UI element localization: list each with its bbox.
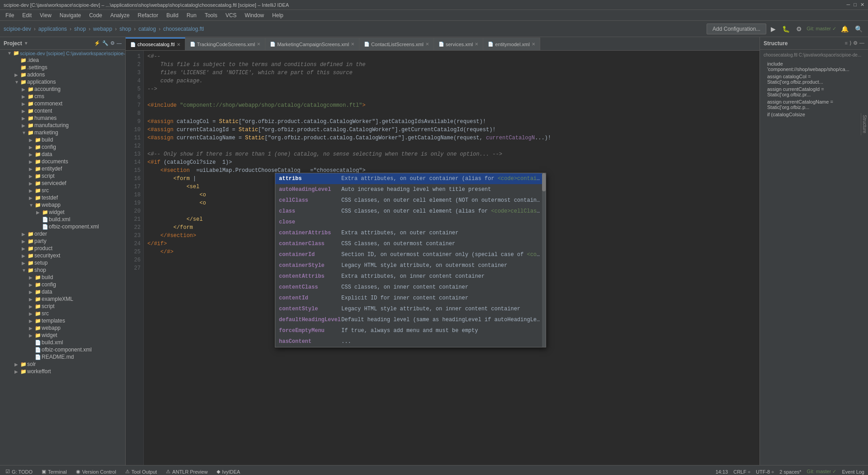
menu-tools[interactable]: Tools <box>201 11 221 19</box>
tree-item-shop[interactable]: ▼ 📁 shop <box>0 266 125 274</box>
struct-item-file[interactable]: choosecatalog.ftl C:\java\workspace\scip… <box>762 52 866 58</box>
ac-item-cellclass[interactable]: cellClass CSS classes, on outer cell ele… <box>275 195 546 206</box>
tree-item-testdef[interactable]: ▶ 📁 testdef <box>0 194 125 201</box>
tree-item-manufacturing[interactable]: ▶ 📁 manufacturing <box>0 122 125 129</box>
structure-icon-1[interactable]: ≡ <box>845 40 848 46</box>
version-control-button[interactable]: ◉ Version Control <box>74 468 118 475</box>
tab-trackingcode[interactable]: 📄 TrackingCodeScreens.xml ✕ <box>185 38 266 50</box>
tree-item-entitydef[interactable]: ▶ 📁 entitydef <box>0 165 125 172</box>
tree-item-shop-build[interactable]: ▶ 📁 build <box>0 274 125 281</box>
menu-vcs[interactable]: VCS <box>222 11 241 19</box>
tree-item-party[interactable]: ▶ 📁 party <box>0 238 125 245</box>
ac-item-defaultheadinglevel[interactable]: defaultHeadingLevel Default heading leve… <box>275 314 546 325</box>
close-btn[interactable]: ✕ <box>860 2 864 8</box>
search-everywhere-icon[interactable]: 🔍 <box>853 24 864 33</box>
project-icon-2[interactable]: 🔧 <box>102 40 108 46</box>
struct-item-assign-currentcatalogname[interactable]: assign currentCatalogName = Static['org.… <box>762 98 866 111</box>
tree-item-idea[interactable]: 📁 .idea <box>0 57 125 64</box>
tool-output-button[interactable]: ⚠ Tool Output <box>123 468 159 475</box>
tab-close-choosecatalog[interactable]: ✕ <box>177 42 180 47</box>
menu-file[interactable]: File <box>2 11 18 19</box>
tree-item-marketing-build[interactable]: ▶ 📁 build <box>0 136 125 143</box>
encoding[interactable]: UTF-8 ÷ <box>756 469 774 475</box>
ac-item-contentid[interactable]: contentId Explicit ID for inner content … <box>275 293 546 304</box>
tree-item-root[interactable]: ▼ 📁 scipioe-dev [scipioe] C:\java\worksp… <box>0 50 125 57</box>
tab-close-entitymodel[interactable]: ✕ <box>532 42 535 47</box>
struct-item-assign-currentcatalogid[interactable]: assign currentCatalogId = Static['org.of… <box>762 86 866 98</box>
menu-build[interactable]: Build <box>163 11 182 19</box>
project-icon-1[interactable]: ⚡ <box>94 40 100 46</box>
structure-icon-2[interactable]: ⟩ <box>849 40 851 46</box>
breadcrumb-root[interactable]: scipioe-dev <box>4 26 31 32</box>
tab-choosecatalog[interactable]: 📄 choosecatalog.ftl ✕ <box>126 38 185 50</box>
ac-item-forceemptymenu[interactable]: forceEmptyMenu If true, always add menu … <box>275 325 546 336</box>
tree-item-marketing[interactable]: ▼ 📁 marketing <box>0 129 125 136</box>
tree-item-src[interactable]: ▶ 📁 src <box>0 187 125 194</box>
ac-item-hascontent[interactable]: hasContent ... <box>275 336 546 347</box>
autocomplete-scrollbar-thumb[interactable] <box>542 173 546 191</box>
tree-item-build-xml[interactable]: 📄 build.xml <box>0 216 125 223</box>
structure-sidebar-tab[interactable]: Structure <box>861 113 868 135</box>
tree-item-shop-config[interactable]: ▶ 📁 config <box>0 281 125 288</box>
debug-icon[interactable]: 🐛 <box>780 24 792 33</box>
tab-close-marketing[interactable]: ✕ <box>351 42 354 47</box>
ac-item-containerid[interactable]: containerId Section ID, on outermost con… <box>275 249 546 260</box>
project-icon-gear[interactable]: ⚙ <box>110 40 115 46</box>
tab-entitymodel[interactable]: 📄 entitymodel.xml ✕ <box>483 38 540 50</box>
autocomplete-dropdown[interactable]: attribs Extra attributes, on outer conta… <box>275 173 546 347</box>
ac-item-class[interactable]: class CSS classes, on outer cell element… <box>275 206 546 217</box>
tree-item-humanes[interactable]: ▶ 📁 humanes <box>0 114 125 122</box>
minimize-btn[interactable]: ─ <box>847 2 850 8</box>
menu-analyze[interactable]: Analyze <box>107 11 133 19</box>
tab-close-contactlist[interactable]: ✕ <box>425 42 429 47</box>
tab-close-services[interactable]: ✕ <box>475 42 478 47</box>
menu-refactor[interactable]: Refactor <box>134 11 162 19</box>
ac-item-containerstyle[interactable]: containerStyle Legacy HTML style attribu… <box>275 260 546 271</box>
breadcrumb-applications[interactable]: applications <box>38 26 67 32</box>
settings-icon[interactable]: ⚙ <box>794 24 804 33</box>
run-icon[interactable]: ▶ <box>769 24 778 33</box>
autocomplete-scrollbar[interactable] <box>542 173 546 347</box>
line-ending[interactable]: CRLF ÷ <box>733 469 750 475</box>
tree-item-shop-script[interactable]: ▶ 📁 script <box>0 303 125 310</box>
menu-window[interactable]: Window <box>241 11 268 19</box>
tree-item-workeffort[interactable]: ▶ 📁 workeffort <box>0 368 125 375</box>
struct-item-if[interactable]: if (catalogColsize <box>762 111 866 118</box>
tree-item-cms[interactable]: ▶ 📁 cms <box>0 93 125 100</box>
breadcrumb-shop[interactable]: shop <box>74 26 86 32</box>
struct-item-include[interactable]: include 'component://shop/webapp/shop/ca… <box>762 60 866 73</box>
tree-item-securityext[interactable]: ▶ 📁 securityext <box>0 252 125 259</box>
indent[interactable]: 2 spaces* <box>779 469 801 475</box>
breadcrumb-catalog[interactable]: catalog <box>138 26 156 32</box>
menu-navigate[interactable]: Navigate <box>56 11 85 19</box>
tree-item-script[interactable]: ▶ 📁 script <box>0 172 125 180</box>
tab-marketing[interactable]: 📄 MarketingCampaignScreens.xml ✕ <box>265 38 359 50</box>
tree-item-shop-buildxml[interactable]: 📄 build.xml <box>0 339 125 346</box>
project-icon-collapse[interactable]: — <box>117 40 122 46</box>
breadcrumb-webapp[interactable]: webapp <box>93 26 112 32</box>
antlr-preview-button[interactable]: ⚠ ANTLR Preview <box>164 468 209 475</box>
ac-item-close[interactable]: close <box>275 217 546 228</box>
tree-item-webapp-marketing[interactable]: ▼ 📁 webapp <box>0 201 125 209</box>
add-configuration-button[interactable]: Add Configuration... <box>707 24 766 34</box>
terminal-button[interactable]: ▣ Terminal <box>40 468 69 475</box>
menu-view[interactable]: View <box>36 11 55 19</box>
tab-contactlist[interactable]: 📄 ContactListScreens.xml ✕ <box>359 38 434 50</box>
menu-run[interactable]: Run <box>183 11 200 19</box>
tree-item-settings[interactable]: 📁 .settings <box>0 64 125 71</box>
tree-item-shop-data[interactable]: ▶ 📁 data <box>0 288 125 295</box>
ac-item-contentclass[interactable]: contentClass CSS classes, on inner conte… <box>275 282 546 293</box>
tree-item-applications[interactable]: ▼ 📁 applications <box>0 78 125 86</box>
tree-item-shop-src[interactable]: ▶ 📁 src <box>0 310 125 317</box>
tree-item-readme[interactable]: 📄 README.md <box>0 353 125 361</box>
tree-item-marketing-data[interactable]: ▶ 📁 data <box>0 151 125 158</box>
event-log[interactable]: Event Log <box>842 469 864 475</box>
tree-item-shop-widget[interactable]: ▶ 📁 widget <box>0 332 125 339</box>
tree-item-setup[interactable]: ▶ 📁 setup <box>0 259 125 266</box>
menu-code[interactable]: Code <box>85 11 106 19</box>
menu-edit[interactable]: Edit <box>19 11 35 19</box>
tab-close-trackingcode[interactable]: ✕ <box>257 42 260 47</box>
tree-item-ofbiz-xml[interactable]: 📄 ofbiz-component.xml <box>0 223 125 230</box>
breadcrumb-shop2[interactable]: shop <box>119 26 131 32</box>
ac-item-containerattribs[interactable]: containerAttribs Extra attributes, on ou… <box>275 228 546 238</box>
